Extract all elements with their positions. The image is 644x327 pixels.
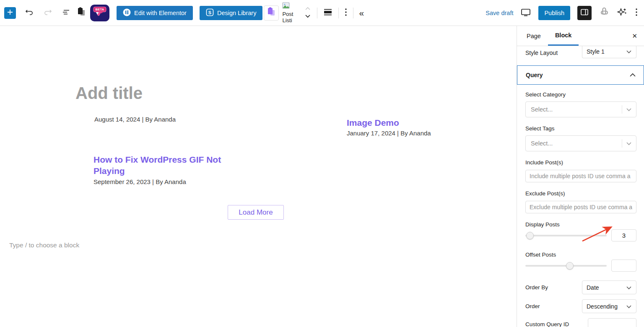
redo-icon <box>43 8 52 18</box>
plugin-knot-icon <box>599 7 610 19</box>
slider-thumb[interactable] <box>526 232 534 239</box>
settings-sidebar: Page Block ✕ Style Layout Style 1 Query … <box>517 26 644 327</box>
display-posts-label: Display Posts <box>525 221 636 228</box>
custom-query-id-label: Custom Query ID <box>525 321 569 327</box>
move-up-button[interactable] <box>304 6 312 12</box>
editor-options-button[interactable] <box>635 8 638 18</box>
collapse-toolbar-button[interactable]: « <box>359 8 364 17</box>
list-item: How to Fix WordPress GIF Not Playing Sep… <box>93 154 233 185</box>
edit-with-elementor-button[interactable]: Edit with Elementor <box>117 6 193 20</box>
close-icon: ✕ <box>632 32 637 39</box>
redo-button[interactable] <box>43 8 52 18</box>
double-chevron-left-icon: « <box>359 8 364 17</box>
settings-sidebar-toggle[interactable] <box>577 6 592 20</box>
sidebar-panel-icon <box>580 8 589 18</box>
select-category-field: Select Category Select... <box>525 91 636 117</box>
align-button[interactable] <box>323 8 333 18</box>
dropdown-divider <box>622 105 622 114</box>
beta-plugin-button[interactable]: BETA <box>90 5 109 21</box>
editor-top-bar: BETA Edit with Elementor S Design Librar… <box>0 0 644 26</box>
order-label: Order <box>525 303 540 309</box>
undo-icon <box>25 8 34 18</box>
load-more-button[interactable]: Load More <box>228 205 284 220</box>
ellipsis-vertical-icon <box>635 8 638 18</box>
offset-posts-value-input[interactable] <box>611 260 636 272</box>
post-meta: August 14, 2024 | By Ananda <box>94 116 176 123</box>
select-tags-placeholder: Select... <box>531 140 622 147</box>
ellipsis-vertical-icon <box>344 8 348 18</box>
tab-page[interactable]: Page <box>519 26 548 46</box>
save-draft-button[interactable]: Save draft <box>486 10 513 16</box>
elementor-icon <box>123 8 131 18</box>
undo-button[interactable] <box>25 8 34 18</box>
post-meta: January 17, 2024 | By Ananda <box>347 130 431 137</box>
select-category-placeholder: Select... <box>531 106 622 113</box>
copy-content-button[interactable] <box>76 7 86 19</box>
design-library-label: Design Library <box>217 10 257 16</box>
slider-thumb[interactable] <box>566 262 574 270</box>
post-title-link[interactable]: Image Demo <box>347 117 431 128</box>
toolbar-right: Save draft Publish <box>486 6 644 20</box>
dropdown-divider <box>622 139 622 148</box>
custom-query-id-input[interactable] <box>588 318 636 327</box>
offset-posts-slider[interactable] <box>525 260 607 272</box>
post-listing-block-button[interactable]: Post Listi <box>282 2 300 24</box>
toolbar-separator <box>338 8 339 18</box>
style-layout-select[interactable]: Style 1 <box>582 46 636 58</box>
select-tags-label: Select Tags <box>525 125 636 132</box>
sidebar-tabs: Page Block ✕ <box>517 26 644 46</box>
style-layout-row: Style Layout Style 1 <box>517 46 644 60</box>
list-item: August 14, 2024 | By Ananda <box>94 116 176 123</box>
toolbar-separator <box>353 8 353 18</box>
design-library-button[interactable]: S Design Library <box>200 6 263 20</box>
block-movers <box>304 6 312 20</box>
order-by-select[interactable]: Date <box>582 280 636 294</box>
select-tags-dropdown[interactable]: Select... <box>525 135 636 151</box>
order-value: Descending <box>587 303 618 310</box>
offset-posts-field: Offset Posts <box>525 252 636 272</box>
style-layout-label: Style Layout <box>525 49 558 56</box>
order-row: Order Descending <box>525 299 636 313</box>
order-by-label: Order By <box>525 284 548 291</box>
order-select[interactable]: Descending <box>582 299 636 313</box>
query-panel-header[interactable]: Query <box>517 65 644 85</box>
style-layout-value: Style 1 <box>587 48 605 55</box>
block-options-button[interactable] <box>344 8 348 18</box>
exclude-posts-input[interactable] <box>525 201 636 213</box>
chevron-up-icon <box>629 71 636 79</box>
display-posts-slider[interactable] <box>525 230 607 241</box>
move-down-button[interactable] <box>304 13 312 20</box>
select-parent-block-button[interactable] <box>264 5 279 21</box>
tab-block[interactable]: Block <box>548 26 579 46</box>
chevron-down-icon <box>626 284 632 291</box>
chevron-down-icon <box>626 106 632 113</box>
post-title-link[interactable]: How to Fix WordPress GIF Not Playing <box>93 154 233 176</box>
post-title-placeholder[interactable]: Add title <box>75 84 143 103</box>
plugin-knot-button[interactable] <box>599 7 610 19</box>
edit-with-elementor-label: Edit with Elementor <box>134 10 187 16</box>
display-posts-value-input[interactable] <box>611 229 636 241</box>
chevron-down-icon <box>304 13 312 20</box>
plus-icon <box>6 8 14 17</box>
exclude-posts-field: Exclude Post(s) <box>525 190 636 213</box>
block-name-line-2: Listi <box>282 17 292 24</box>
close-sidebar-button[interactable]: ✕ <box>632 32 637 40</box>
post-meta: September 26, 2023 | By Ananda <box>93 178 233 185</box>
chevron-down-icon <box>626 140 632 147</box>
ai-assistant-button[interactable] <box>617 7 628 19</box>
monitor-icon <box>520 8 531 18</box>
exclude-posts-label: Exclude Post(s) <box>525 190 636 197</box>
select-category-dropdown[interactable]: Select... <box>525 101 636 117</box>
preview-button[interactable] <box>520 8 531 18</box>
toolbar-left: BETA Edit with Elementor S Design Librar… <box>0 2 364 24</box>
select-tags-field: Select Tags Select... <box>525 125 636 151</box>
document-overview-button[interactable] <box>62 8 71 17</box>
block-inserter-button[interactable] <box>4 7 16 19</box>
block-appender-placeholder[interactable]: Type / to choose a block <box>9 241 79 249</box>
image-block-icon <box>282 2 290 11</box>
publish-button[interactable]: Publish <box>538 6 570 20</box>
display-posts-field: Display Posts <box>525 221 636 241</box>
include-posts-input[interactable] <box>525 170 636 182</box>
slider-track <box>525 235 607 236</box>
query-panel-body: Select Category Select... Select Tags Se… <box>517 85 644 327</box>
